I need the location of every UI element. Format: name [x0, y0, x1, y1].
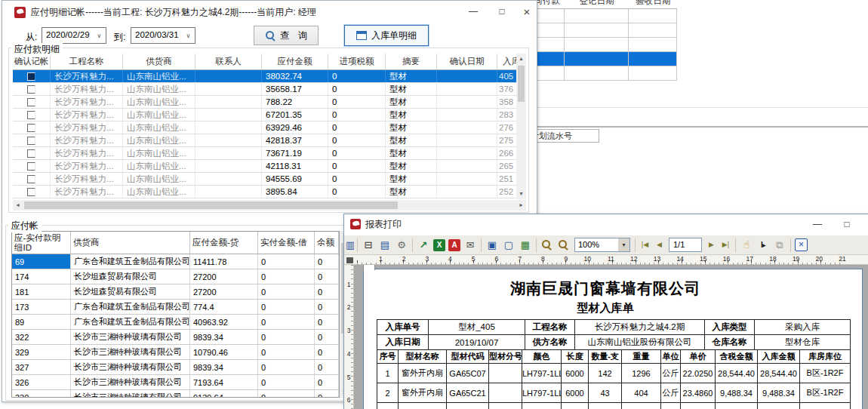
- table-row[interactable]: 长沙万科魅力... 山东南山铝业... 63929.46 0 型材 276: [13, 121, 526, 134]
- confirm-checkbox[interactable]: [27, 98, 35, 106]
- detail-body: 1 窗外开内扇 GA65C07 LH797-1LL 6000 142 1296 …: [377, 364, 851, 409]
- column-header-project[interactable]: 工程名称: [51, 54, 123, 69]
- minimize-button[interactable]: —: [459, 1, 488, 23]
- report-info-table: 入库单号 型材_405 工程名称 长沙万科魅力之城4.2期 入库类型 采购入库 …: [377, 319, 851, 350]
- horizontal-scrollbar[interactable]: ◂ ▸: [13, 200, 526, 211]
- table-row[interactable]: 173 广东合和建筑五金制品有限公司 774.4 0 0: [12, 300, 339, 315]
- zoom-level-combo[interactable]: 100% ▾: [574, 238, 630, 252]
- design-view-icon[interactable]: ▥: [346, 238, 354, 252]
- chevron-down-icon[interactable]: ∨: [182, 28, 195, 43]
- confirm-checkbox[interactable]: [27, 188, 35, 196]
- table-row[interactable]: 69 广东合和建筑五金制品有限公司 11411.78 0 0: [12, 254, 339, 269]
- table-row[interactable]: 长沙万科魅力... 山东南山铝业... 42818.37 0 型材 275: [13, 134, 526, 147]
- first-page-icon[interactable]: |◀: [639, 238, 651, 252]
- properties-icon[interactable]: ⚙: [394, 238, 409, 252]
- table-row[interactable]: 174 长沙坦森贸易有限公司 27200 0 0: [12, 269, 339, 284]
- separator: [735, 238, 736, 252]
- page-number-field[interactable]: 1/1: [669, 238, 702, 252]
- confirm-checkbox[interactable]: [27, 72, 35, 81]
- confirm-checkbox[interactable]: [27, 162, 35, 171]
- table-row[interactable]: 长沙万科魅力... 山东南山铝业... 42118.31 0 型材 265: [13, 160, 526, 173]
- scroll-down-icon[interactable]: ▾: [516, 189, 526, 199]
- to-date-value: 2020/03/31: [131, 28, 182, 43]
- column-header-summary[interactable]: 摘要: [386, 54, 437, 69]
- export-icon[interactable]: ↗: [416, 238, 431, 252]
- excel-export-icon[interactable]: X: [433, 239, 445, 251]
- table-row[interactable]: 长沙万科魅力... 山东南山铝业... 3895.84 0 型材 252: [13, 186, 526, 198]
- table-row[interactable]: 长沙万科魅力... 山东南山铝业... 73671.19 0 型材 266: [13, 147, 526, 160]
- column-header-supplier[interactable]: 供货商: [123, 54, 195, 69]
- detail-column-header: 单位: [661, 350, 681, 364]
- next-page-icon[interactable]: ▶: [705, 238, 718, 252]
- book-preview-icon[interactable]: ▤: [377, 238, 392, 252]
- plan-serial-field[interactable]: 计划流水号: [528, 129, 599, 143]
- divider: [498, 126, 868, 128]
- column-header-balance[interactable]: 余额: [315, 232, 339, 254]
- scroll-up-icon[interactable]: ▴: [516, 54, 526, 64]
- to-date-combo[interactable]: 2020/03/31 ∨: [131, 27, 195, 44]
- pdf-export-icon[interactable]: A: [448, 239, 460, 251]
- confirm-checkbox[interactable]: [27, 111, 35, 119]
- maximize-button[interactable]: □: [833, 214, 860, 237]
- chevron-down-icon[interactable]: ▾: [618, 238, 629, 251]
- column-header-credit[interactable]: 应付金额-贷: [190, 232, 258, 254]
- table-row[interactable]: 330 长沙市三湘特种玻璃有限公司 9139.64 0 0: [12, 390, 339, 398]
- minimize-button[interactable]: —: [803, 214, 832, 237]
- table-row[interactable]: 326 长沙市三湘特种玻璃有限公司 7193.64 0 0: [12, 375, 339, 390]
- table-row[interactable]: 长沙万科魅力... 山东南山铝业... 788.22 0 型材 358: [13, 96, 526, 109]
- table-row[interactable]: 长沙万科魅力... 山东南山铝业... 94555.69 0 型材 251: [13, 173, 526, 186]
- from-date-combo[interactable]: 2020/02/29 ∨: [42, 27, 106, 44]
- table-row[interactable]: 长沙万科魅力... 山东南山铝业... 67201.35 0 型材 283: [13, 109, 526, 121]
- scrollbar-thumb[interactable]: [518, 66, 525, 102]
- confirm-checkbox[interactable]: [27, 124, 35, 132]
- prev-page-icon[interactable]: ◀: [653, 238, 666, 252]
- zoom-out-icon[interactable]: [556, 238, 571, 252]
- scroll-left-icon[interactable]: ◂: [13, 200, 23, 211]
- query-button[interactable]: 查 询: [254, 26, 319, 45]
- vertical-scrollbar[interactable]: ▴ ▾: [516, 54, 526, 199]
- table-row[interactable]: 89 广东合和建筑五金制品有限公司 40963.92 0 0: [12, 315, 339, 330]
- mail-icon[interactable]: ✉: [463, 238, 478, 252]
- table-row[interactable]: 长沙万科魅力... 山东南山铝业... 38032.74 0 型材 405: [13, 70, 526, 83]
- table-row[interactable]: 322 长沙市三湘特种玻璃有限公司 9839.34 0 0: [12, 330, 339, 345]
- hand-tool-icon[interactable]: ☝: [739, 238, 754, 252]
- confirm-checkbox[interactable]: [27, 137, 35, 145]
- zoom-in-icon[interactable]: [540, 238, 555, 252]
- column-header-amount[interactable]: 应付金额: [262, 54, 328, 69]
- column-header-confirm[interactable]: 确认记帐: [13, 54, 51, 69]
- column-header-tax[interactable]: 进项税额: [328, 54, 386, 69]
- scroll-right-icon[interactable]: ▸: [516, 200, 526, 211]
- save-icon[interactable]: ▣: [485, 238, 500, 252]
- column-header-debit[interactable]: 实付金额-借: [258, 232, 315, 254]
- chevron-down-icon[interactable]: ∨: [93, 28, 106, 43]
- inbound-detail-button[interactable]: 入库单明细: [344, 25, 429, 46]
- doc-icon[interactable]: ▢: [501, 238, 516, 252]
- table-row[interactable]: 327 长沙市三湘特种玻璃有限公司 9839.34 0 0: [12, 360, 339, 375]
- confirm-checkbox[interactable]: [27, 149, 35, 158]
- to-label: 到:: [114, 31, 125, 44]
- confirm-checkbox[interactable]: [27, 85, 35, 94]
- copy-icon[interactable]: ⧉: [772, 238, 787, 252]
- table-row[interactable]: 329 长沙市三湘特种玻璃有限公司 10790.46 0 0: [12, 345, 339, 360]
- window-title: 报表打印: [365, 214, 402, 235]
- last-page-icon[interactable]: ▶|: [719, 238, 732, 252]
- table-row[interactable]: 181 长沙坦森贸易有限公司 27200 0 0: [12, 284, 339, 300]
- close-preview-icon[interactable]: ×: [795, 238, 808, 251]
- detail-column-header: 重量: [622, 350, 661, 364]
- account-group-label: 应付帐: [8, 220, 42, 232]
- print-icon[interactable]: ⊟: [361, 238, 376, 252]
- text-select-icon[interactable]: I▸: [756, 238, 771, 252]
- maximize-button[interactable]: □: [488, 1, 516, 23]
- table-row[interactable]: 长沙万科魅力... 山东南山铝业... 35658.17 0 型材 376: [13, 83, 526, 96]
- print-preview-area[interactable]: 湖南巨晟门窗幕墙有限公司 型材入库单 入库单号 型材_405 工程名称 长沙万科…: [354, 265, 868, 409]
- column-header-confirm-date[interactable]: 确认日期: [437, 54, 497, 69]
- column-header-detail-id[interactable]: 应-实付款明细ID: [12, 232, 71, 254]
- scrollbar-thumb[interactable]: [24, 201, 398, 209]
- column-header-contact[interactable]: 联系人: [195, 54, 262, 69]
- confirm-checkbox[interactable]: [27, 175, 35, 183]
- column-header-supplier[interactable]: 供货商: [71, 232, 190, 254]
- close-button[interactable]: ×: [862, 214, 868, 237]
- close-button[interactable]: ×: [516, 1, 537, 23]
- detail-column-header: 单价: [681, 350, 716, 364]
- grid-icon[interactable]: ▦: [518, 238, 533, 252]
